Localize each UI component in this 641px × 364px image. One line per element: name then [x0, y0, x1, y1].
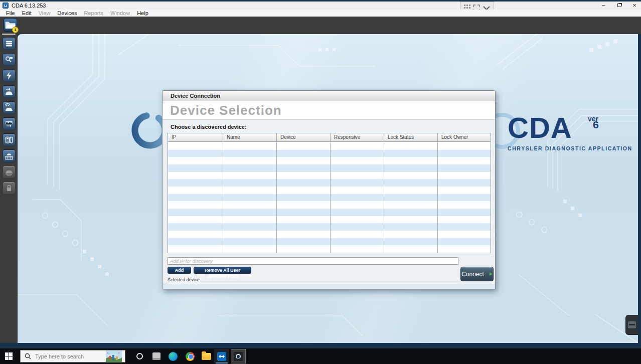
- table-cell: [277, 223, 331, 231]
- table-cell: [438, 231, 491, 238]
- taskbar-search[interactable]: [20, 350, 125, 362]
- table-cell: [331, 179, 384, 187]
- table-row[interactable]: [168, 201, 491, 209]
- table-cell: [168, 187, 223, 194]
- sidebar-item-vehicle-search[interactable]: [3, 53, 16, 66]
- table-row[interactable]: [168, 238, 491, 246]
- sidebar-item-modules[interactable]: [3, 133, 16, 146]
- table-cell: [384, 157, 438, 164]
- taskbar-chrome[interactable]: [183, 349, 198, 363]
- table-row[interactable]: [168, 194, 491, 202]
- column-header-device[interactable]: Device: [277, 133, 331, 141]
- dialog-titlebar[interactable]: Device Connection: [163, 91, 495, 101]
- table-cell: [331, 187, 384, 194]
- table-cell: [168, 209, 223, 216]
- table-row[interactable]: [168, 172, 491, 179]
- table-cell: [168, 223, 223, 231]
- table-cell: [223, 216, 277, 224]
- taskbar-cda-active[interactable]: [231, 349, 246, 363]
- table-cell: [438, 142, 491, 150]
- menu-edit[interactable]: Edit: [19, 10, 35, 17]
- sidebar-item-flash[interactable]: [3, 69, 16, 82]
- workorder-folder-button[interactable]: 1: [4, 18, 17, 32]
- table-row[interactable]: [168, 245, 491, 253]
- table-row[interactable]: [168, 223, 491, 231]
- taskbar-teamviewer[interactable]: [214, 349, 229, 363]
- file-explorer-icon: [202, 353, 211, 360]
- close-button[interactable]: ×: [629, 2, 640, 10]
- table-row[interactable]: [168, 142, 491, 150]
- selected-device-label: Selected device:: [168, 277, 201, 282]
- table-cell: [277, 201, 331, 209]
- column-header-ip[interactable]: IP: [168, 133, 223, 141]
- search-input[interactable]: [34, 353, 102, 360]
- table-cell: [384, 209, 438, 216]
- connect-button-label: Connect: [461, 271, 484, 278]
- table-row[interactable]: [168, 216, 491, 224]
- minimize-button[interactable]: –: [598, 2, 609, 10]
- grip-icon: [628, 321, 636, 328]
- sidebar-item-vehicle-lift-disabled: [3, 165, 16, 178]
- taskbar-cortana[interactable]: [132, 349, 147, 363]
- sidebar-item-vehicle-wireless[interactable]: [3, 101, 16, 114]
- start-button-icon[interactable]: [5, 352, 13, 360]
- device-table-header: IP Name Device Responsive Lock Status Lo…: [168, 133, 491, 142]
- column-header-name[interactable]: Name: [223, 133, 277, 141]
- add-button[interactable]: Add: [168, 267, 191, 274]
- table-cell: [384, 172, 438, 179]
- taskbar-edge[interactable]: [166, 349, 181, 363]
- sidebar-separator: [2, 34, 16, 35]
- add-ip-input[interactable]: [168, 257, 458, 265]
- device-table: IP Name Device Responsive Lock Status Lo…: [168, 133, 491, 253]
- menu-file[interactable]: File: [3, 10, 19, 17]
- table-cell: [384, 187, 438, 194]
- edge-icon: [169, 352, 178, 361]
- table-cell: [438, 245, 491, 253]
- sidebar-item-vehicle-connect[interactable]: [3, 85, 16, 98]
- remove-all-pods-button[interactable]: Remove All User Specified Pods: [194, 267, 251, 274]
- table-row[interactable]: [168, 150, 491, 157]
- table-row[interactable]: [168, 187, 491, 194]
- modules-icon: [5, 135, 14, 144]
- table-cell: [438, 201, 491, 209]
- table-row[interactable]: [168, 157, 491, 164]
- table-cell: [384, 164, 438, 172]
- sidebar-item-odometer[interactable]: [3, 117, 16, 130]
- table-cell: [168, 142, 223, 150]
- taskbar-file-explorer[interactable]: [199, 349, 214, 363]
- table-cell: [223, 142, 277, 150]
- table-cell: [438, 187, 491, 194]
- table-row[interactable]: [168, 164, 491, 172]
- column-header-lock-owner[interactable]: Lock Owner: [438, 133, 491, 141]
- green-arrow-icon: [486, 271, 493, 277]
- table-cell: [223, 209, 277, 216]
- connect-button[interactable]: Connect: [460, 267, 494, 281]
- table-cell: [277, 245, 331, 253]
- table-row[interactable]: [168, 179, 491, 187]
- menu-bar: File Edit View Devices Reports Window He…: [0, 10, 641, 17]
- restore-button[interactable]: [614, 2, 625, 10]
- taskbar-app-gray[interactable]: [149, 349, 164, 363]
- sidebar-item-list[interactable]: [3, 37, 16, 50]
- column-header-responsive[interactable]: Responsive: [331, 133, 384, 141]
- table-cell: [223, 194, 277, 202]
- table-cell: [438, 209, 491, 216]
- watermark-ver-number: 6: [593, 122, 599, 128]
- menu-devices[interactable]: Devices: [54, 10, 80, 17]
- table-cell: [384, 142, 438, 150]
- column-header-lock-status[interactable]: Lock Status: [384, 133, 438, 141]
- table-row[interactable]: [168, 209, 491, 216]
- vehicle-lift-icon: [5, 167, 14, 176]
- table-row[interactable]: [168, 231, 491, 238]
- dialog-subheading: Choose a discovered device:: [171, 124, 247, 130]
- table-cell: [384, 150, 438, 157]
- sidebar-item-vehicle-data[interactable]: [3, 149, 16, 162]
- slide-panel-handle[interactable]: [625, 315, 638, 335]
- device-table-body: [168, 142, 491, 253]
- watermark-subtitle: CHRYSLER DIAGNOSTIC APPLICATION: [508, 145, 632, 151]
- menu-help[interactable]: Help: [133, 10, 152, 17]
- table-cell: [331, 216, 384, 224]
- table-cell: [223, 231, 277, 238]
- table-cell: [331, 223, 384, 231]
- table-cell: [223, 187, 277, 194]
